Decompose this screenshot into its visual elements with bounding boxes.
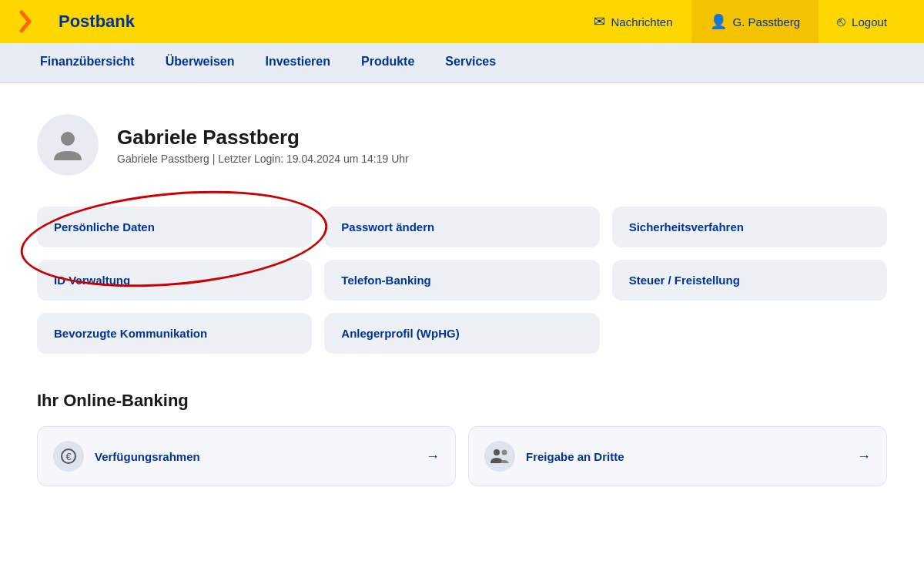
profile-info: Gabriele Passtberg Gabriele Passtberg | …: [117, 126, 409, 165]
profile-section: Gabriele Passtberg Gabriele Passtberg | …: [37, 114, 887, 176]
profile-name: Gabriele Passtberg: [117, 126, 409, 150]
online-banking-section: Ihr Online-Banking € Verfügungsrahmen →: [37, 391, 887, 486]
header-actions: ✉ Nachrichten 👤 G. Passtberg ⎋ Logout: [575, 0, 906, 43]
user-profile-button[interactable]: 👤 G. Passtberg: [691, 0, 819, 43]
section-title: Ihr Online-Banking: [37, 391, 887, 411]
avatar: [37, 114, 99, 176]
logout-button[interactable]: ⎋ Logout: [819, 0, 906, 43]
logout-icon: ⎋: [837, 14, 845, 30]
svg-point-4: [502, 450, 507, 455]
user-icon: 👤: [710, 13, 727, 30]
nav-item-services[interactable]: Services: [430, 43, 511, 83]
logo-icon: [18, 9, 52, 34]
freigabe-dritte-label: Freigabe an Dritte: [526, 450, 624, 463]
arrow-icon-2: →: [857, 449, 871, 465]
profile-subtitle: Gabriele Passtberg | Letzter Login: 19.0…: [117, 153, 409, 165]
nav-item-produkte[interactable]: Produkte: [346, 43, 430, 83]
btn-id-verwaltung[interactable]: ID Verwaltung: [37, 260, 312, 301]
svg-text:€: €: [65, 451, 72, 462]
nachrichten-label: Nachrichten: [611, 15, 673, 29]
logout-label: Logout: [852, 15, 887, 29]
nachrichten-button[interactable]: ✉ Nachrichten: [575, 0, 691, 43]
svg-point-3: [494, 449, 500, 455]
btn-persoenliche-daten[interactable]: Persönliche Daten: [37, 207, 312, 247]
btn-sicherheitsverfahren[interactable]: Sicherheitsverfahren: [612, 207, 887, 247]
svg-point-0: [61, 132, 75, 146]
empty-cell: [612, 313, 887, 354]
mail-icon: ✉: [594, 13, 605, 30]
postbank-logo: Postbank: [18, 9, 135, 34]
nav-item-finanzuebersicht[interactable]: Finanzübersicht: [25, 43, 150, 83]
avatar-icon: [51, 128, 85, 162]
btn-bevorzugte-kommunikation[interactable]: Bevorzugte Kommunikation: [37, 313, 312, 354]
btn-steuer-freistellung[interactable]: Steuer / Freistellung: [612, 260, 887, 301]
nav-item-ueberweisen[interactable]: Überweisen: [150, 43, 250, 83]
main-nav: Finanzübersicht Überweisen Investieren P…: [0, 43, 924, 83]
btn-telefon-banking[interactable]: Telefon-Banking: [324, 260, 599, 301]
user-label: G. Passtberg: [733, 15, 801, 29]
card-freigabe-dritte[interactable]: Freigabe an Dritte →: [468, 426, 887, 486]
arrow-icon: →: [426, 449, 440, 465]
verfuegungsrahmen-label: Verfügungsrahmen: [95, 450, 200, 463]
top-header: Postbank ✉ Nachrichten 👤 G. Passtberg ⎋ …: [0, 0, 924, 43]
btn-anlegerprofil[interactable]: Anlegerprofil (WpHG): [324, 313, 599, 354]
settings-grid: Persönliche Daten Passwort ändern Sicher…: [37, 207, 887, 354]
main-content: Gabriele Passtberg Gabriele Passtberg | …: [0, 83, 924, 517]
logo-text: Postbank: [59, 12, 135, 32]
card-verfuegungsrahmen[interactable]: € Verfügungsrahmen →: [37, 426, 456, 486]
nav-item-investieren[interactable]: Investieren: [250, 43, 346, 83]
verfuegungsrahmen-icon: €: [53, 441, 84, 472]
btn-passwort-aendern[interactable]: Passwort ändern: [324, 207, 599, 247]
freigabe-dritte-icon: [484, 441, 515, 472]
banking-cards-grid: € Verfügungsrahmen →: [37, 426, 887, 486]
